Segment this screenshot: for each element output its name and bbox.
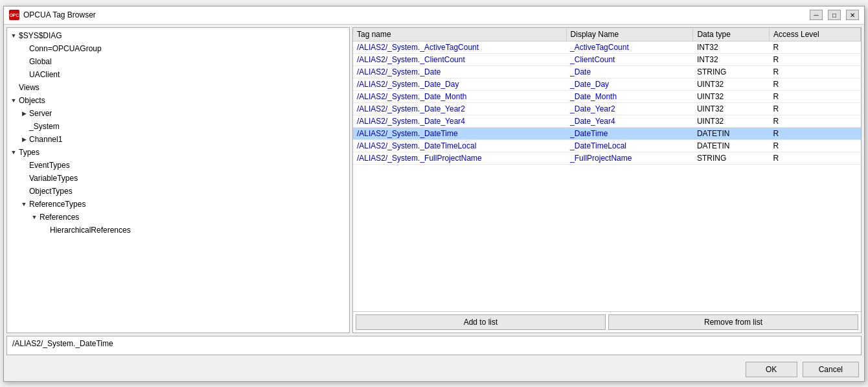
tree-spacer <box>20 123 28 130</box>
cell-displayname: _DateTimeLocal <box>566 139 693 152</box>
cell-tagname: /ALIAS2/_System._Date_Day <box>353 78 566 90</box>
cell-displayname: _ClientCount <box>566 53 693 65</box>
tree-item[interactable]: ▼Objects <box>7 94 349 107</box>
tree-item[interactable]: ObjectTypes <box>7 185 349 198</box>
tree-item-label: EventTypes <box>29 159 70 171</box>
tree-item[interactable]: VariableTypes <box>7 172 349 185</box>
tree-expand-icon[interactable]: ▼ <box>30 213 38 221</box>
tree-item[interactable]: ▼ReferenceTypes <box>7 198 349 211</box>
tree-panel[interactable]: ▼$SYS$DIAGConn=OPCUAGroupGlobalUAClientV… <box>6 27 350 333</box>
cell-access: R <box>769 78 860 90</box>
cell-datatype: DATETIN <box>693 139 770 152</box>
tree-item-label: Views <box>19 82 40 93</box>
tree-item[interactable]: Global <box>7 55 349 68</box>
table-row[interactable]: /ALIAS2/_System._Date_Month_Date_MonthUI… <box>353 90 861 102</box>
selected-tag-value: /ALIAS2/_System._DateTime <box>12 339 113 348</box>
cell-access: R <box>769 139 860 152</box>
tree-item[interactable]: Conn=OPCUAGroup <box>7 42 349 55</box>
tree-expand-icon[interactable]: ▼ <box>10 32 17 40</box>
cell-displayname: _Date_Year2 <box>566 102 693 115</box>
cell-datatype: UINT32 <box>693 102 770 115</box>
tree-expand-icon[interactable]: ▼ <box>20 200 28 208</box>
cell-access: R <box>769 41 860 53</box>
tree-item[interactable]: ▼$SYS$DIAG <box>7 29 349 42</box>
tree-item-label: Channel1 <box>29 134 62 145</box>
close-button[interactable]: ✕ <box>846 10 859 20</box>
cell-datatype: STRING <box>693 152 770 164</box>
tree-spacer <box>20 174 28 182</box>
tree-spacer <box>20 45 28 53</box>
add-to-list-button[interactable]: Add to list <box>356 314 606 330</box>
tree-item-label: Objects <box>19 95 45 106</box>
tree-item[interactable]: HierarchicalReferences <box>7 224 349 237</box>
table-row[interactable]: /ALIAS2/_System._FullProjectName_FullPro… <box>353 152 861 164</box>
cell-access: R <box>769 152 860 164</box>
tag-table-body: /ALIAS2/_System._ActiveTagCount_ActiveTa… <box>353 41 861 164</box>
cell-displayname: _Date_Year4 <box>566 115 693 127</box>
tree-expand-icon[interactable]: ▶ <box>20 110 28 117</box>
tree-expand-icon[interactable]: ▼ <box>10 97 17 104</box>
tree-item[interactable]: ▶Channel1 <box>7 133 349 146</box>
col-header-tagname: Tag name <box>353 28 566 41</box>
table-row[interactable]: /ALIAS2/_System._DateTimeLocal_DateTimeL… <box>353 139 861 152</box>
minimize-button[interactable]: ─ <box>810 10 823 20</box>
tree-expand-icon[interactable]: ▼ <box>10 148 17 156</box>
tree-item-label: HierarchicalReferences <box>50 224 131 236</box>
cell-access: R <box>769 65 860 78</box>
tag-table[interactable]: Tag name Display Name Data type Access L… <box>353 28 861 311</box>
tree-item[interactable]: _System <box>7 120 349 133</box>
table-row[interactable]: /ALIAS2/_System._Date_DateSTRINGR <box>353 65 861 78</box>
cell-datatype: DATETIN <box>693 127 770 139</box>
cell-datatype: STRING <box>693 65 770 78</box>
content-area: ▼$SYS$DIAGConn=OPCUAGroupGlobalUAClientV… <box>4 25 864 358</box>
remove-from-list-button[interactable]: Remove from list <box>608 314 858 330</box>
tree-item-label: UAClient <box>29 69 60 80</box>
tree-item[interactable]: ▼References <box>7 211 349 224</box>
table-row[interactable]: /ALIAS2/_System._Date_Year4_Date_Year4UI… <box>353 115 861 127</box>
tree-item-label: VariableTypes <box>29 172 78 184</box>
cell-tagname: /ALIAS2/_System._Date_Month <box>353 90 566 102</box>
table-row[interactable]: /ALIAS2/_System._ClientCount_ClientCount… <box>353 53 861 65</box>
window-controls: ─ □ ✕ <box>810 10 859 20</box>
table-row[interactable]: /ALIAS2/_System._Date_Day_Date_DayUINT32… <box>353 78 861 90</box>
cell-tagname: /ALIAS2/_System._FullProjectName <box>353 152 566 164</box>
tree-item-label: Server <box>29 108 52 119</box>
table-row[interactable]: /ALIAS2/_System._DateTime_DateTimeDATETI… <box>353 127 861 139</box>
main-window: OPC OPCUA Tag Browser ─ □ ✕ ▼$SYS$DIAGCo… <box>3 6 865 382</box>
tag-panel: Tag name Display Name Data type Access L… <box>352 27 862 333</box>
window-title: OPCUA Tag Browser <box>23 10 96 19</box>
tree-item[interactable]: EventTypes <box>7 159 349 172</box>
tree-item[interactable]: UAClient <box>7 68 349 81</box>
maximize-button[interactable]: □ <box>828 10 841 20</box>
cell-datatype: UINT32 <box>693 90 770 102</box>
cell-access: R <box>769 102 860 115</box>
cell-datatype: INT32 <box>693 41 770 53</box>
tree-item[interactable]: ▼Types <box>7 146 349 159</box>
cell-displayname: _ActiveTagCount <box>566 41 693 53</box>
cell-displayname: _DateTime <box>566 127 693 139</box>
bottom-bar: OK Cancel <box>4 358 864 381</box>
table-row[interactable]: /ALIAS2/_System._Date_Year2_Date_Year2UI… <box>353 102 861 115</box>
cell-access: R <box>769 127 860 139</box>
cell-tagname: /ALIAS2/_System._ActiveTagCount <box>353 41 566 53</box>
col-header-datatype: Data type <box>693 28 770 41</box>
tree-item[interactable]: Views <box>7 81 349 94</box>
ok-button[interactable]: OK <box>746 362 797 377</box>
table-header-row: Tag name Display Name Data type Access L… <box>353 28 861 41</box>
tree-spacer <box>10 84 17 91</box>
col-header-displayname: Display Name <box>566 28 693 41</box>
tree-item-label: Global <box>29 56 52 67</box>
tree-expand-icon[interactable]: ▶ <box>20 135 28 143</box>
cell-displayname: _Date_Day <box>566 78 693 90</box>
cell-datatype: UINT32 <box>693 115 770 127</box>
table-row[interactable]: /ALIAS2/_System._ActiveTagCount_ActiveTa… <box>353 41 861 53</box>
tree-item-label: Types <box>19 147 40 158</box>
title-bar: OPC OPCUA Tag Browser ─ □ ✕ <box>4 6 864 25</box>
tree-item[interactable]: ▶Server <box>7 107 349 120</box>
cell-tagname: /ALIAS2/_System._Date_Year2 <box>353 102 566 115</box>
tag-buttons-bar: Add to list Remove from list <box>353 311 861 333</box>
cancel-button[interactable]: Cancel <box>803 362 859 377</box>
cell-datatype: UINT32 <box>693 78 770 90</box>
tree-item-label: References <box>40 211 79 223</box>
cell-access: R <box>769 53 860 65</box>
